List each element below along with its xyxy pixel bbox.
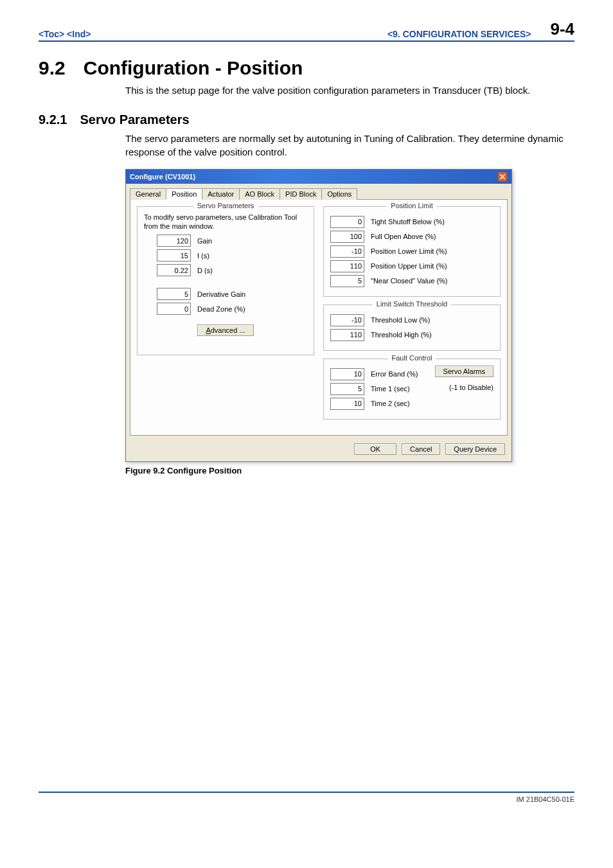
pos-lower-label: Position Lower Limit (%) bbox=[371, 247, 447, 255]
time2-row: Time 2 (sec) bbox=[330, 398, 429, 410]
time1-label: Time 1 (sec) bbox=[371, 385, 410, 393]
page-header: <Toc> <Ind> <9. CONFIGURATION SERVICES> … bbox=[39, 19, 574, 42]
limit-switch-group: Limit Switch Threshold Threshold Low (%)… bbox=[323, 305, 501, 351]
tab-pid-block[interactable]: PID Block bbox=[280, 188, 322, 200]
section-heading: 9.2Configuration - Position bbox=[39, 57, 574, 79]
fault-control-group: Fault Control Error Band (%) Time 1 (sec… bbox=[323, 359, 501, 420]
full-open-row: Full Open Above (%) bbox=[330, 231, 493, 243]
toc-link[interactable]: <Toc> bbox=[39, 29, 64, 39]
pos-upper-input[interactable] bbox=[330, 260, 364, 272]
threshold-low-label: Threshold Low (%) bbox=[371, 316, 430, 324]
pos-lower-input[interactable] bbox=[330, 245, 364, 258]
near-closed-label: "Near Closed" Value (%) bbox=[371, 277, 448, 285]
threshold-high-row: Threshold High (%) bbox=[330, 329, 493, 341]
gain-row: Gain bbox=[157, 235, 307, 247]
deadzone-input[interactable] bbox=[157, 303, 191, 315]
query-device-button[interactable]: Query Device bbox=[445, 443, 505, 455]
threshold-low-row: Threshold Low (%) bbox=[330, 314, 493, 326]
time1-row: Time 1 (sec) bbox=[330, 383, 429, 395]
pos-upper-row: Position Upper Limit (%) bbox=[330, 260, 493, 272]
derivative-row: D (s) bbox=[157, 264, 307, 276]
tab-ao-block[interactable]: AO Block bbox=[239, 188, 280, 200]
limit-switch-legend: Limit Switch Threshold bbox=[373, 300, 451, 308]
close-button[interactable] bbox=[497, 172, 508, 181]
servo-alarms-button[interactable]: Servo Alarms bbox=[435, 366, 493, 377]
figure-caption: Figure 9.2 Configure Position bbox=[125, 466, 574, 475]
doc-id: IM 21B04C50-01E bbox=[517, 795, 575, 803]
subsection-intro: The servo parameters are normally set by… bbox=[125, 132, 574, 159]
cancel-button[interactable]: Cancel bbox=[402, 443, 440, 455]
advanced-label: dvanced ... bbox=[211, 326, 245, 334]
near-closed-input[interactable] bbox=[330, 275, 364, 287]
pos-upper-label: Position Upper Limit (%) bbox=[371, 262, 447, 270]
pos-lower-row: Position Lower Limit (%) bbox=[330, 245, 493, 258]
time1-input[interactable] bbox=[330, 383, 364, 395]
dialog-tabs: General Position Actuator AO Block PID B… bbox=[126, 184, 511, 199]
full-open-label: Full Open Above (%) bbox=[371, 233, 436, 240]
dialog-titlebar: Configure (CV1001) bbox=[126, 170, 511, 184]
threshold-high-label: Threshold High (%) bbox=[371, 331, 432, 339]
gain-label: Gain bbox=[197, 237, 212, 245]
position-limit-legend: Position Limit bbox=[387, 202, 436, 209]
tab-general[interactable]: General bbox=[130, 188, 166, 200]
tab-position[interactable]: Position bbox=[166, 188, 202, 200]
tight-shutoff-row: Tight Shutoff Below (%) bbox=[330, 216, 493, 228]
ind-link[interactable]: <Ind> bbox=[67, 29, 91, 39]
ok-button[interactable]: OK bbox=[354, 443, 396, 455]
error-band-input[interactable] bbox=[330, 368, 364, 380]
page-footer: IM 21B04C50-01E bbox=[39, 792, 574, 803]
tab-options[interactable]: Options bbox=[321, 188, 357, 200]
near-closed-row: "Near Closed" Value (%) bbox=[330, 275, 493, 287]
error-band-label: Error Band (%) bbox=[371, 370, 418, 378]
close-icon bbox=[498, 172, 507, 181]
deriv-gain-row: Derivative Gain bbox=[157, 288, 307, 300]
configure-dialog: Configure (CV1001) General Position Actu… bbox=[125, 169, 512, 462]
servo-parameters-group: Servo Parameters To modify servo paramet… bbox=[137, 206, 314, 355]
derivative-input[interactable] bbox=[157, 264, 191, 276]
subsection-heading: 9.2.1Servo Parameters bbox=[39, 112, 574, 127]
deadzone-row: Dead Zone (%) bbox=[157, 303, 307, 315]
time2-label: Time 2 (sec) bbox=[371, 400, 410, 407]
subsection-number: 9.2.1 bbox=[39, 112, 67, 127]
integral-label: I (s) bbox=[197, 252, 209, 260]
threshold-low-input[interactable] bbox=[330, 314, 364, 326]
tight-shutoff-input[interactable] bbox=[330, 216, 364, 228]
subsection-title-text: Servo Parameters bbox=[80, 112, 189, 127]
page-number: 9-4 bbox=[550, 19, 574, 39]
integral-row: I (s) bbox=[157, 249, 307, 261]
deriv-gain-label: Derivative Gain bbox=[197, 290, 245, 298]
error-band-row: Error Band (%) bbox=[330, 368, 429, 380]
section-number: 9.2 bbox=[39, 57, 66, 78]
disable-note: (-1 to Disable) bbox=[449, 384, 493, 391]
advanced-button[interactable]: Advanced ... bbox=[197, 324, 253, 336]
tab-actuator[interactable]: Actuator bbox=[202, 188, 240, 200]
tight-shutoff-label: Tight Shutoff Below (%) bbox=[371, 218, 445, 226]
dialog-button-row: OK Cancel Query Device bbox=[126, 439, 511, 461]
chapter-title: <9. CONFIGURATION SERVICES> bbox=[91, 29, 550, 39]
section-intro: This is the setup page for the valve pos… bbox=[125, 84, 574, 97]
threshold-high-input[interactable] bbox=[330, 329, 364, 341]
section-title-text: Configuration - Position bbox=[84, 57, 303, 78]
fault-control-legend: Fault Control bbox=[388, 354, 436, 362]
deadzone-label: Dead Zone (%) bbox=[197, 305, 245, 313]
servo-note: To modify servo parameters, use Calibrat… bbox=[144, 213, 307, 231]
dialog-title: Configure (CV1001) bbox=[130, 173, 195, 181]
deriv-gain-input[interactable] bbox=[157, 288, 191, 300]
time2-input[interactable] bbox=[330, 398, 364, 410]
derivative-label: D (s) bbox=[197, 267, 213, 274]
full-open-input[interactable] bbox=[330, 231, 364, 243]
integral-input[interactable] bbox=[157, 249, 191, 261]
gain-input[interactable] bbox=[157, 235, 191, 247]
servo-legend: Servo Parameters bbox=[193, 202, 258, 209]
position-limit-group: Position Limit Tight Shutoff Below (%) F… bbox=[323, 206, 501, 297]
